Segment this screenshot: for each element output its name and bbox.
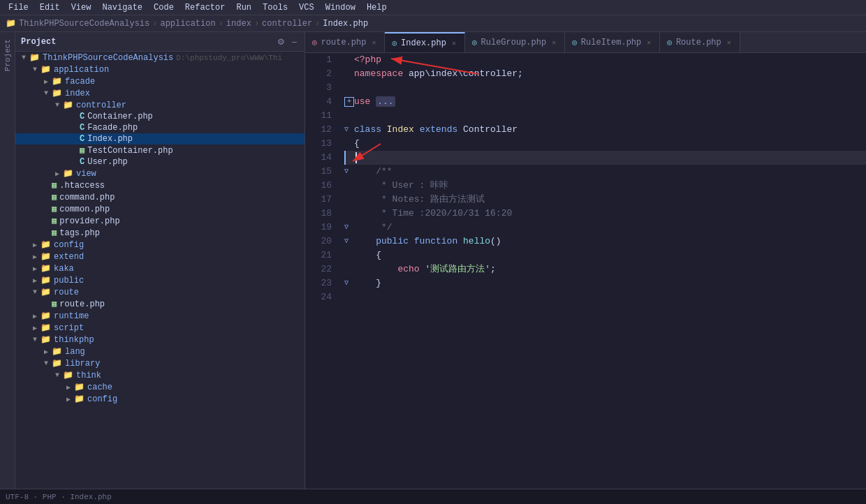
tree-item-cache[interactable]: ▶ 📁 cache [15, 381, 304, 393]
tab-close-rulegroup[interactable]: ✕ [550, 38, 557, 47]
breadcrumb-part-1[interactable]: application [160, 19, 215, 29]
menu-help[interactable]: Help [361, 0, 392, 15]
tree-item-facade-php[interactable]: C Facade.php [15, 122, 304, 133]
tree-item-route[interactable]: ▼ 📁 route [15, 286, 304, 298]
tree-item-thinkphp[interactable]: ▼ 📁 thinkphp [15, 334, 304, 346]
tree-item-index[interactable]: ▼ 📁 index [15, 87, 304, 99]
menu-window[interactable]: Window [320, 0, 361, 15]
doc-notes: * Notes: 路由方法测试 [354, 193, 485, 207]
sidebar-collapse-btn[interactable]: – [290, 36, 299, 47]
php-c-icon-index: C [80, 134, 85, 144]
tree-item-root[interactable]: ▼ 📁 ThinkPHPSourceCodeAnalysis D:\phpstu… [15, 52, 304, 64]
tab-ruleitem[interactable]: ◎ RuleItem.php ✕ [565, 32, 660, 52]
menu-view[interactable]: View [66, 0, 97, 15]
folder-icon-library: 📁 [52, 358, 62, 369]
tab-close-index[interactable]: ✕ [450, 38, 457, 48]
code-line-18: * Time :2020/10/31 16:20 [344, 207, 866, 221]
open-brace-func: { [354, 249, 381, 262]
tab-icon-ruleitem: ◎ [572, 38, 577, 47]
folder-icon-facade: 📁 [52, 76, 62, 87]
menu-vcs[interactable]: VCS [293, 0, 320, 15]
tree-item-common[interactable]: ▦ common.php [15, 203, 304, 215]
tree-item-library[interactable]: ▼ 📁 library [15, 357, 304, 369]
tree-item-htaccess[interactable]: ▦ .htaccess [15, 179, 304, 191]
fold-arrow-doc-end[interactable]: ▽ [344, 221, 354, 235]
editor-area: ◎ route.php ✕ ◎ Index.php ✕ ◎ RuleGroup.… [305, 32, 866, 489]
tree-item-view[interactable]: ▶ 📁 view [15, 168, 304, 179]
tree-item-public[interactable]: ▶ 📁 public [15, 274, 304, 286]
folder-icon-thinkphp: 📁 [41, 334, 51, 345]
fold-plus-use[interactable]: + [344, 97, 354, 107]
tab-close-ruleitem[interactable]: ✕ [645, 38, 652, 47]
breadcrumb-part-0[interactable]: ThinkPHPSourceCodeAnalysis [19, 19, 149, 29]
tree-item-lang[interactable]: ▶ 📁 lang [15, 346, 304, 357]
menu-refactor[interactable]: Refactor [179, 0, 231, 15]
folder-icon-runtime: 📁 [41, 311, 51, 321]
tree-label-root: ThinkPHPSourceCodeAnalysis [43, 53, 173, 63]
sidebar-header: Project ⚙ – [15, 32, 304, 52]
menu-code[interactable]: Code [148, 0, 179, 15]
sidebar-actions: ⚙ – [275, 36, 299, 47]
tree-item-runtime[interactable]: ▶ 📁 runtime [15, 310, 304, 322]
tree-item-provider[interactable]: ▦ provider.php [15, 215, 304, 227]
breadcrumb-part-3[interactable]: controller [262, 19, 312, 29]
tree-label-application: application [54, 65, 109, 75]
tab-route[interactable]: ◎ route.php ✕ [305, 32, 385, 52]
sidebar-settings-btn[interactable]: ⚙ [275, 36, 287, 47]
fold-arrow-doc[interactable]: ▽ [344, 165, 354, 179]
fold-arrow-func[interactable]: ▽ [344, 235, 354, 249]
ln-12: 12 [305, 123, 339, 137]
tab-icon-rulegroup: ◎ [472, 38, 477, 47]
tree-item-tags[interactable]: ▦ tags.php [15, 227, 304, 239]
tree-label-thinkphp: thinkphp [54, 335, 94, 345]
tree-item-container[interactable]: C Container.php [15, 111, 304, 122]
sidebar-title: Project [21, 37, 56, 47]
tree-item-config2[interactable]: ▶ 📁 config [15, 393, 304, 405]
tree-item-script[interactable]: ▶ 📁 script [15, 322, 304, 334]
tree-item-application[interactable]: ▼ 📁 application [15, 64, 304, 75]
tree-item-facade[interactable]: ▶ 📁 facade [15, 75, 304, 87]
menu-navigate[interactable]: Navigate [96, 0, 148, 15]
fold-arrow-23[interactable]: ▽ [344, 276, 354, 290]
tree-item-think[interactable]: ▼ 📁 think [15, 369, 304, 381]
tree-item-controller[interactable]: ▼ 📁 controller [15, 99, 304, 111]
ln-13: 13 [305, 137, 339, 151]
tab-close-route2[interactable]: ✕ [726, 38, 733, 47]
tab-index[interactable]: ◎ Index.php ✕ [385, 32, 464, 52]
tree-arrow-index: ▼ [41, 89, 52, 97]
tree-label-runtime: runtime [54, 311, 89, 321]
tree-label-library: library [65, 359, 100, 369]
editor-content[interactable]: 1 2 3 4 11 12 13 14 15 16 17 18 19 20 21… [305, 53, 866, 489]
tree-label-command: command.php [59, 193, 115, 202]
tree-item-user-php[interactable]: C User.php [15, 156, 304, 168]
menu-file[interactable]: File [3, 0, 34, 15]
tab-rulegroup[interactable]: ◎ RuleGroup.php ✕ [465, 32, 565, 52]
tab-route2[interactable]: ◎ Route.php ✕ [660, 32, 740, 52]
project-tab-label[interactable]: Project [2, 35, 13, 75]
tree-item-testcontainer[interactable]: ▦ TestContainer.php [15, 144, 304, 156]
fold-arrow-class[interactable]: ▽ [344, 123, 354, 137]
php-open-tag: <?php [354, 53, 381, 67]
extends-kw: extends [420, 123, 458, 137]
tab-label-route2: Route.php [676, 38, 721, 47]
breadcrumb-part-4[interactable]: Index.php [323, 19, 368, 29]
code-line-11 [344, 109, 866, 123]
doc-open: /** [354, 165, 392, 179]
tree-item-extend[interactable]: ▶ 📁 extend [15, 251, 304, 262]
menu-run[interactable]: Run [230, 0, 257, 15]
menu-tools[interactable]: Tools [257, 0, 293, 15]
folder-icon-kaka: 📁 [41, 263, 51, 274]
function-kw: function [409, 235, 463, 249]
code-area[interactable]: <?php namespace app\index\controller; + … [339, 53, 866, 489]
tab-close-route[interactable]: ✕ [370, 38, 377, 47]
menu-edit[interactable]: Edit [34, 0, 66, 15]
breadcrumb-part-2[interactable]: index [226, 19, 251, 29]
tree-item-kaka[interactable]: ▶ 📁 kaka [15, 262, 304, 274]
tree-label-extend: extend [54, 252, 84, 262]
tree-item-config[interactable]: ▶ 📁 config [15, 239, 304, 251]
tree-item-route-php[interactable]: ▦ route.php [15, 298, 304, 310]
tree-item-index-php[interactable]: C Index.php [15, 133, 304, 144]
tree-arrow-root: ▼ [18, 54, 29, 61]
tree-item-command[interactable]: ▦ command.php [15, 191, 304, 203]
tree-label-public: public [54, 276, 84, 286]
